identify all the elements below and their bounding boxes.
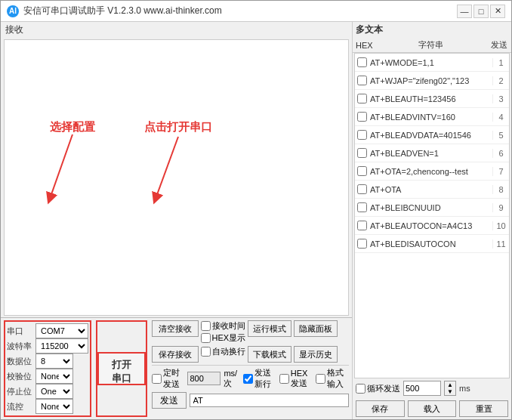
- open-port-button[interactable]: 打开串口: [97, 352, 146, 385]
- hex-send-checkbox[interactable]: [279, 374, 289, 384]
- close-button[interactable]: ✕: [490, 5, 505, 18]
- mt-row-num-9[interactable]: 10: [492, 221, 509, 230]
- mt-row-num-1[interactable]: 2: [492, 76, 509, 85]
- mt-row-value-10: AT+BLEDISAUTOCON: [369, 239, 492, 249]
- minimize-button[interactable]: —: [457, 5, 472, 18]
- send-content-input[interactable]: [190, 394, 349, 407]
- mt-row-checkbox-9[interactable]: [355, 221, 369, 230]
- right-bottom-btns: 保存 载入 重置: [353, 398, 511, 419]
- loop-spin-down[interactable]: ▼: [445, 388, 455, 395]
- mt-row-num-4[interactable]: 5: [492, 131, 509, 140]
- hex-send-check[interactable]: HEX发送: [279, 369, 313, 389]
- open-port-wrapper: 打开串口: [96, 320, 147, 417]
- mt-row-checkbox-3[interactable]: [355, 112, 369, 122]
- mt-row-checkbox-2[interactable]: [355, 94, 369, 103]
- list-item: AT+BLEIBCNUUID 9: [355, 199, 509, 217]
- main-window: AI 安信可串口调试助手 V1.2.3.0 www.ai-thinker.com…: [0, 0, 512, 420]
- download-mode-button[interactable]: 下载模式: [248, 346, 291, 363]
- mt-row-checkbox-10[interactable]: [355, 239, 369, 249]
- mt-row-checkbox-6[interactable]: [355, 166, 369, 176]
- receive-label: 接收: [1, 22, 352, 38]
- mt-row-checkbox-1[interactable]: [355, 76, 369, 85]
- mt-row-num-5[interactable]: 6: [492, 149, 509, 158]
- window-controls: — □ ✕: [457, 5, 505, 18]
- mt-row-value-9: AT+BLEAUTOCON=A4C13: [369, 221, 492, 230]
- mt-row-value-7: AT+OTA: [369, 185, 492, 194]
- loop-send-check[interactable]: 循环发送: [356, 383, 400, 394]
- parity-label: 校验位: [7, 371, 34, 382]
- mt-row-num-8[interactable]: 9: [492, 203, 509, 212]
- col-send-label: 发送: [490, 39, 508, 51]
- port-select[interactable]: COM7: [35, 323, 88, 338]
- save-multi-button[interactable]: 保存: [356, 400, 405, 417]
- recv-time-check[interactable]: 接收时间: [201, 320, 246, 332]
- multi-text-list: AT+WMODE=1,1 1 AT+WJAP="zifeng02","123 2…: [354, 53, 510, 378]
- hex-display-checkbox[interactable]: [201, 333, 211, 343]
- show-history-button[interactable]: 显示历史: [294, 346, 338, 363]
- title-bar-left: AI 安信可串口调试助手 V1.2.3.0 www.ai-thinker.com: [7, 5, 222, 17]
- baud-select[interactable]: 115200: [35, 338, 88, 354]
- svg-line-1: [50, 134, 72, 199]
- svg-line-3: [156, 137, 178, 199]
- send-button[interactable]: 发送: [152, 392, 187, 409]
- multi-text-columns: HEX 字符串 发送: [353, 38, 511, 53]
- mt-row-value-4: AT+BLEADVDATA=401546: [369, 131, 492, 140]
- title-bar: AI 安信可串口调试助手 V1.2.3.0 www.ai-thinker.com…: [1, 1, 511, 22]
- run-mode-button[interactable]: 运行模式: [248, 320, 291, 337]
- mt-row-num-2[interactable]: 3: [492, 94, 509, 103]
- timer-send-check[interactable]: 定时发送: [152, 367, 185, 390]
- mt-row-value-5: AT+BLEADVEN=1: [369, 149, 492, 158]
- newline-send-check[interactable]: 发送新行: [243, 367, 276, 390]
- receive-area[interactable]: 选择配置 点击打开串口: [4, 39, 349, 316]
- svg-text:点击打开串口: 点击打开串口: [144, 120, 212, 133]
- mt-row-num-7[interactable]: 8: [492, 185, 509, 194]
- format-input-check[interactable]: 格式输入: [316, 367, 349, 390]
- col-hex-label: HEX: [356, 41, 371, 50]
- mt-row-value-1: AT+WJAP="zifeng02","123: [369, 76, 492, 85]
- loop-value-input[interactable]: [403, 381, 441, 396]
- receive-container: 选择配置 点击打开串口: [1, 38, 352, 317]
- mt-row-num-3[interactable]: 4: [492, 113, 509, 122]
- mt-row-checkbox-0[interactable]: [355, 57, 369, 67]
- auto-newline-check[interactable]: 自动换行: [201, 346, 245, 357]
- mt-row-value-8: AT+BLEIBCNUUID: [369, 203, 492, 212]
- auto-newline-checkbox[interactable]: [201, 347, 211, 357]
- loop-spin-up[interactable]: ▲: [445, 381, 455, 388]
- row1: 串口 COM7 波特率 115200 数据位: [1, 317, 352, 419]
- annotation-svg: 选择配置 点击打开串口: [5, 40, 337, 236]
- maximize-button[interactable]: □: [473, 5, 489, 18]
- top-action-row: 清空接收 接收时间 HEX显示: [152, 320, 349, 344]
- stopbits-select[interactable]: One: [35, 384, 73, 399]
- multi-text-header: 多文本: [353, 22, 511, 38]
- mt-row-checkbox-4[interactable]: [355, 130, 369, 140]
- format-input-checkbox[interactable]: [316, 374, 325, 384]
- parity-select[interactable]: None: [35, 369, 73, 384]
- list-item: AT+BLEADVEN=1 6: [355, 144, 509, 162]
- load-multi-button[interactable]: 载入: [408, 400, 457, 417]
- reset-multi-button[interactable]: 重置: [459, 400, 508, 417]
- hide-panel-button[interactable]: 隐藏面板: [294, 320, 338, 337]
- mt-row-num-0[interactable]: 1: [492, 58, 509, 67]
- timer-value-input[interactable]: [187, 372, 221, 385]
- flowctrl-row: 流控 None: [7, 399, 88, 414]
- databits-label: 数据位: [7, 356, 34, 367]
- mt-row-checkbox-7[interactable]: [355, 184, 369, 194]
- mt-row-checkbox-8[interactable]: [355, 202, 369, 212]
- mt-row-checkbox-5[interactable]: [355, 148, 369, 158]
- recv-time-checkbox[interactable]: [201, 321, 211, 331]
- clear-recv-button[interactable]: 清空接收: [152, 320, 199, 337]
- list-item: AT+WJAP="zifeng02","123 2: [355, 72, 509, 90]
- save-recv-button[interactable]: 保存接收: [152, 346, 199, 363]
- loop-send-checkbox[interactable]: [356, 384, 365, 394]
- left-panel: 接收 选择配置 点击打开串口: [1, 22, 353, 419]
- timer-send-checkbox[interactable]: [152, 374, 162, 384]
- list-item: AT+WMODE=1,1 1: [355, 54, 509, 72]
- check-group: 接收时间 HEX显示: [201, 320, 246, 344]
- mt-row-num-6[interactable]: 7: [492, 167, 509, 176]
- send-row: 定时发送 ms/次 发送新行 HEX发送: [152, 365, 349, 390]
- flowctrl-select[interactable]: None: [35, 399, 73, 414]
- databits-select[interactable]: 8: [35, 354, 73, 369]
- mt-row-num-10[interactable]: 11: [492, 239, 509, 249]
- newline-send-checkbox[interactable]: [243, 374, 253, 384]
- hex-display-check[interactable]: HEX显示: [201, 332, 246, 344]
